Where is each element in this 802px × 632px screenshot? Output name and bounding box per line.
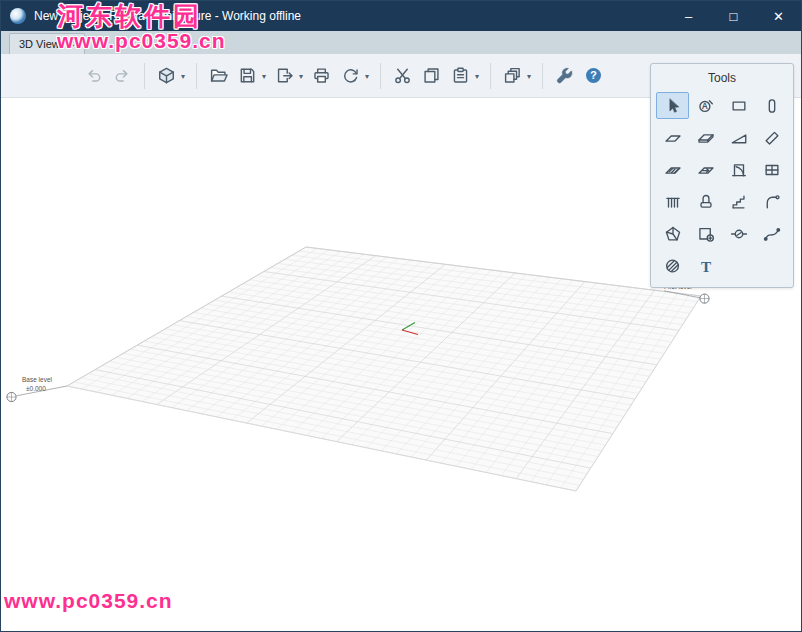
railing-icon xyxy=(697,161,715,179)
redo-icon xyxy=(113,66,132,85)
sync-button[interactable] xyxy=(337,62,364,89)
tools-panel: Tools AT xyxy=(650,63,794,288)
annotation-icon: A xyxy=(697,97,715,115)
stair-tool[interactable] xyxy=(656,156,689,183)
door-tool[interactable] xyxy=(722,156,755,183)
undo-button[interactable] xyxy=(80,62,107,89)
base-level-marker[interactable]: Base level±0.000 xyxy=(7,376,67,402)
copy-icon xyxy=(422,66,441,85)
room-tool[interactable] xyxy=(689,220,722,247)
settings-icon xyxy=(555,66,574,85)
toolbar-separator xyxy=(542,63,543,89)
watermark-top: 河东软件园 www.pc0359.cn xyxy=(57,3,226,52)
pipe-tool[interactable] xyxy=(755,188,788,215)
svg-text:A: A xyxy=(701,101,707,111)
open-button[interactable] xyxy=(205,62,232,89)
settings-button[interactable] xyxy=(551,62,578,89)
arrange-button[interactable] xyxy=(499,62,526,89)
help-button[interactable]: ? xyxy=(580,62,607,89)
svg-text:Base level: Base level xyxy=(22,376,53,383)
toolbar-separator xyxy=(490,63,491,89)
renga-logo-icon xyxy=(10,8,26,24)
wall-icon xyxy=(730,97,748,115)
equipment-icon xyxy=(730,193,748,211)
undo-icon xyxy=(84,66,103,85)
fence-icon xyxy=(664,193,682,211)
paste-icon xyxy=(451,66,470,85)
beam-tool[interactable] xyxy=(755,124,788,151)
roof-icon xyxy=(697,129,715,147)
tab-label: 3D View xyxy=(19,38,60,50)
watermark-url: www.pc0359.cn xyxy=(57,30,226,52)
text-icon: T xyxy=(697,257,715,275)
sync-dropdown-arrow[interactable]: ▾ xyxy=(365,72,369,81)
floor-icon xyxy=(664,129,682,147)
watermark-site-name: 河东软件园 xyxy=(57,3,226,30)
svg-text:T: T xyxy=(700,257,710,274)
column-icon xyxy=(763,97,781,115)
open-icon xyxy=(209,66,228,85)
export-button[interactable] xyxy=(271,62,298,89)
arrange-dropdown-arrow[interactable]: ▾ xyxy=(527,72,531,81)
stair-icon xyxy=(664,161,682,179)
polyhedron-icon xyxy=(664,225,682,243)
window-icon xyxy=(763,161,781,179)
hatch-icon xyxy=(664,257,682,275)
export-dropdown-arrow[interactable]: ▾ xyxy=(299,72,303,81)
roof-tool[interactable] xyxy=(689,124,722,151)
minimize-button[interactable]: – xyxy=(666,1,711,31)
save-dropdown-arrow[interactable]: ▾ xyxy=(262,72,266,81)
toolbar-separator xyxy=(144,63,145,89)
toolbar-separator xyxy=(380,63,381,89)
window-tool[interactable] xyxy=(755,156,788,183)
paste-dropdown-arrow[interactable]: ▾ xyxy=(475,72,479,81)
ramp-icon xyxy=(730,129,748,147)
beam-icon xyxy=(763,129,781,147)
arrange-icon xyxy=(503,66,522,85)
svg-text:±0.000: ±0.000 xyxy=(26,385,46,392)
help-icon: ? xyxy=(584,66,603,85)
close-button[interactable]: ✕ xyxy=(756,1,801,31)
copy-button[interactable] xyxy=(418,62,445,89)
floor-tool[interactable] xyxy=(656,124,689,151)
view-cube-button[interactable] xyxy=(153,62,180,89)
redo-button[interactable] xyxy=(109,62,136,89)
text-tool[interactable]: T xyxy=(689,252,722,279)
watermark-bottom: www.pc0359.cn xyxy=(4,590,173,612)
route-icon xyxy=(763,225,781,243)
tools-panel-title: Tools xyxy=(656,71,788,85)
railing-tool[interactable] xyxy=(689,156,722,183)
route-tool[interactable] xyxy=(755,220,788,247)
pipe-icon xyxy=(763,193,781,211)
paste-button[interactable] xyxy=(447,62,474,89)
select-icon xyxy=(664,97,682,115)
room-icon xyxy=(697,225,715,243)
wall-tool[interactable] xyxy=(722,92,755,119)
column-tool[interactable] xyxy=(755,92,788,119)
print-icon xyxy=(312,66,331,85)
maximize-button[interactable]: □ xyxy=(711,1,756,31)
level-icon xyxy=(730,225,748,243)
select-tool[interactable] xyxy=(656,92,689,119)
plumbing-fixture-tool[interactable] xyxy=(689,188,722,215)
fence-tool[interactable] xyxy=(656,188,689,215)
polyhedron-tool[interactable] xyxy=(656,220,689,247)
cut-button[interactable] xyxy=(389,62,416,89)
cut-icon xyxy=(393,66,412,85)
annotation-tool[interactable]: A xyxy=(689,92,722,119)
svg-text:?: ? xyxy=(590,69,597,81)
view-cube-dropdown-arrow[interactable]: ▾ xyxy=(181,72,185,81)
window-controls: – □ ✕ xyxy=(666,1,801,31)
export-icon xyxy=(275,66,294,85)
plumbing-fixture-icon xyxy=(697,193,715,211)
save-icon xyxy=(238,66,257,85)
door-icon xyxy=(730,161,748,179)
hatch-tool[interactable] xyxy=(656,252,689,279)
level-tool[interactable] xyxy=(722,220,755,247)
ramp-tool[interactable] xyxy=(722,124,755,151)
tools-grid: AT xyxy=(656,92,788,279)
save-button[interactable] xyxy=(234,62,261,89)
toolbar-separator xyxy=(196,63,197,89)
equipment-tool[interactable] xyxy=(722,188,755,215)
print-button[interactable] xyxy=(308,62,335,89)
